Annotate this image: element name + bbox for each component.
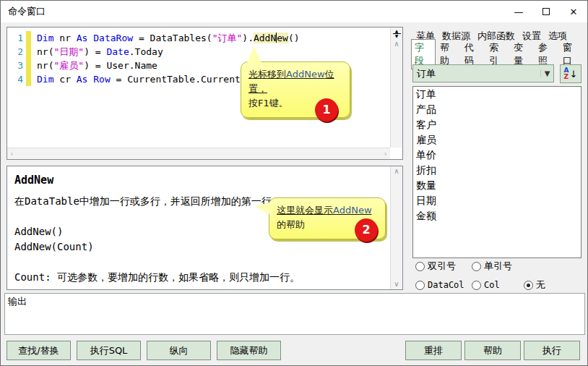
list-item-订单[interactable]: 订单 <box>413 87 581 102</box>
code-line: 1Dim nr As DataRow = DataTables("订单").Ad… <box>7 31 390 45</box>
radio-单引号[interactable]: 单引号 <box>472 260 524 273</box>
quote-options-row: 双引号单引号 <box>415 260 524 273</box>
window-controls: — ✕ <box>505 1 587 22</box>
callout-annotation-2: 这里就会显示AddNew 的帮助 2 <box>269 197 386 239</box>
code-segment: As <box>77 33 88 43</box>
code-line: 2nr("日期") = Date.Today <box>7 45 390 59</box>
radio-label: 无 <box>536 278 545 291</box>
radio-DataCol[interactable]: DataCol <box>415 278 472 291</box>
scroll-up-icon[interactable]: ∧ <box>391 39 402 49</box>
callout-annotation-1: 光标移到AddNew位置， 按F1键。 1 <box>241 61 350 118</box>
splitter-grip-icon[interactable]: ▲▼ <box>391 27 402 39</box>
code-text: Dim cr As Row = CurrentTable.Current <box>37 72 241 86</box>
minimize-icon: — <box>514 7 524 17</box>
code-segment: nr( <box>37 60 53 71</box>
close-icon: ✕ <box>570 7 578 17</box>
right-panel-tabs: 字段帮助代码索引变量参照窗口 <box>411 46 584 63</box>
code-horizontal-scrollbar[interactable]: ‹ › <box>7 148 390 159</box>
list-item-数量[interactable]: 数量 <box>413 178 581 193</box>
radio-Col[interactable]: Col <box>472 278 524 291</box>
change-bar-icon <box>26 31 31 45</box>
callout-tail-icon <box>246 46 265 64</box>
radio-label: 单引号 <box>484 260 512 273</box>
scroll-up-icon[interactable]: ∧ <box>391 166 402 176</box>
code-segment: "日期" <box>53 46 84 57</box>
title-bar: 命令窗口 — ✕ <box>1 1 587 22</box>
radio-circle-icon <box>472 281 481 290</box>
radio-circle-icon <box>524 281 533 290</box>
radio-label: Col <box>484 280 500 290</box>
output-label: 输出 <box>5 294 584 310</box>
field-list[interactable]: 订单产品客户雇员单价折扣数量日期金额 <box>412 86 581 258</box>
list-item-客户[interactable]: 客户 <box>413 117 581 132</box>
sort-az-button[interactable]: A Z ↓ <box>560 64 581 83</box>
minimize-button[interactable]: — <box>505 1 532 22</box>
sort-az-icon: A Z <box>564 67 569 80</box>
code-segment: ) = User.Name <box>84 60 157 71</box>
line-number: 1 <box>7 31 26 45</box>
code-segment: "订单" <box>212 33 243 43</box>
chevron-down-icon[interactable]: ▼ <box>540 69 553 77</box>
list-item-产品[interactable]: 产品 <box>413 102 581 117</box>
sort-arrow-icon: ↓ <box>570 69 578 80</box>
scroll-down-icon[interactable]: ∨ <box>391 279 402 289</box>
list-item-雇员[interactable]: 雇员 <box>413 132 581 148</box>
table-select[interactable]: 订单 ▼ <box>412 64 554 82</box>
close-button[interactable]: ✕ <box>560 1 587 22</box>
code-segment: "雇员" <box>53 60 84 71</box>
help-text-line: Count: 可选参数，要增加的行数，如果省略，则只增加一行。 <box>14 270 390 285</box>
help-heading: AddNew <box>14 174 390 187</box>
code-text: nr("雇员") = User.Name <box>37 59 157 72</box>
code-segment: () <box>288 33 300 43</box>
code-segment: Date <box>106 46 129 57</box>
button-隐藏帮助[interactable]: 隐藏帮助 <box>217 341 281 360</box>
output-panel[interactable]: 输出 <box>4 293 585 335</box>
radio-circle-icon <box>415 262 425 271</box>
step-badge-1: 1 <box>315 98 338 122</box>
code-segment: As <box>77 74 88 85</box>
maximize-button[interactable] <box>532 1 560 22</box>
bottom-right-buttons: 重排帮助执行 <box>405 341 580 360</box>
list-item-日期[interactable]: 日期 <box>413 193 581 208</box>
column-options-row: DataColCol无 <box>415 278 545 291</box>
radio-label: 双引号 <box>428 260 456 273</box>
code-segment: nr <box>53 33 76 43</box>
radio-label: DataCol <box>428 280 464 290</box>
button-执行SQL[interactable]: 执行SQL <box>77 341 141 360</box>
line-number: 3 <box>7 59 26 72</box>
code-segment: ew <box>277 33 288 43</box>
callout-text: 这里就会显示AddNew <box>277 203 378 218</box>
help-text-line <box>14 255 390 270</box>
line-number: 2 <box>7 45 26 59</box>
scroll-left-icon[interactable]: ‹ <box>10 149 13 158</box>
code-segment: DataRow <box>93 33 133 43</box>
list-item-折扣[interactable]: 折扣 <box>413 163 581 178</box>
maximize-icon <box>542 8 550 15</box>
radio-无[interactable]: 无 <box>524 278 545 291</box>
bottom-left-buttons: 查找/替换执行SQL纵向隐藏帮助 <box>7 341 281 360</box>
code-segment: AddN <box>254 33 276 43</box>
button-查找/替换[interactable]: 查找/替换 <box>7 341 71 360</box>
change-bar-icon <box>26 59 31 72</box>
list-item-金额[interactable]: 金额 <box>413 208 581 224</box>
step-badge-2: 2 <box>355 218 378 242</box>
table-selector-row: 订单 ▼ A Z ↓ <box>412 64 584 83</box>
radio-双引号[interactable]: 双引号 <box>415 260 472 273</box>
code-segment: = DataTables( <box>133 33 212 43</box>
help-vertical-scrollbar[interactable]: ∧ ∨ <box>390 166 402 289</box>
scroll-right-icon[interactable]: › <box>384 149 387 158</box>
code-vertical-scrollbar[interactable]: ▲▼ ∧ <box>390 27 402 148</box>
code-segment: Dim <box>37 33 53 43</box>
button-执行[interactable]: 执行 <box>524 341 580 360</box>
change-bar-icon <box>26 72 31 86</box>
command-window: 命令窗口 — ✕ 1Dim nr As DataRow = DataTables… <box>0 0 588 366</box>
help-text-line: ... <box>14 285 390 289</box>
callout-text: 光标移到AddNew位置， <box>248 67 342 96</box>
list-item-单价[interactable]: 单价 <box>413 148 581 163</box>
code-text: nr("日期") = Date.Today <box>37 45 163 59</box>
button-帮助[interactable]: 帮助 <box>464 341 521 360</box>
window-title: 命令窗口 <box>1 5 505 18</box>
button-重排[interactable]: 重排 <box>405 341 462 360</box>
button-纵向[interactable]: 纵向 <box>147 341 211 360</box>
code-segment: Row <box>93 74 110 85</box>
